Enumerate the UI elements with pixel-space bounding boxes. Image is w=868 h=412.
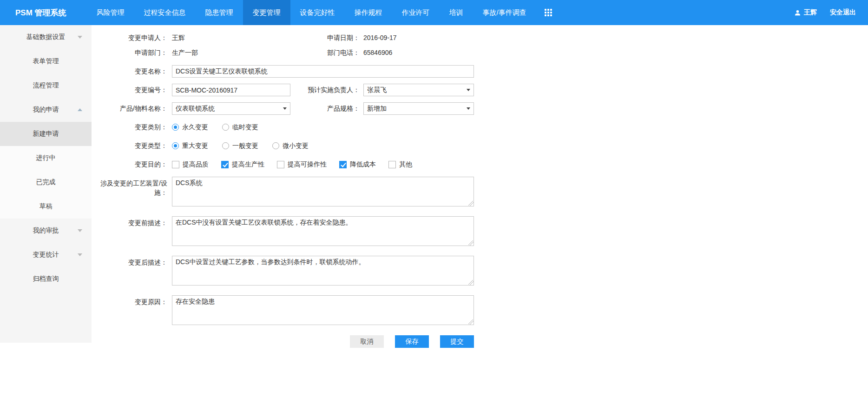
nav-item-process-safety-info[interactable]: 过程安全信息 <box>134 0 196 25</box>
change-purpose-label: 变更目的： <box>92 158 167 171</box>
app-brand[interactable]: PSM 管理系统 <box>0 0 87 25</box>
user-name: 王辉 <box>804 8 817 17</box>
after-desc-textarea[interactable]: DCS中设置过关键工艺参数，当参数达到条件时，联锁系统动作。 <box>172 256 474 286</box>
facility-textarea[interactable]: DCS系统 <box>172 177 474 206</box>
radio-icon <box>172 142 179 149</box>
top-nav-bar: PSM 管理系统 风险管理 过程安全信息 隐患管理 变更管理 设备完好性 操作规… <box>0 0 868 25</box>
sidebar-item-label: 我的申请 <box>33 106 59 114</box>
checkbox-improve-operability[interactable]: 提高可操作性 <box>277 160 327 169</box>
sidebar-item-label: 已完成 <box>36 178 56 186</box>
department-row: 申请部门： 生产一部 部门电话： 65846906 <box>92 47 868 59</box>
sidebar-item-archive-query[interactable]: 归档查询 <box>0 267 92 291</box>
sidebar-item-completed[interactable]: 已完成 <box>0 170 92 194</box>
checkbox-improve-quality[interactable]: 提高品质 <box>172 160 209 169</box>
save-button[interactable]: 保存 <box>395 335 429 348</box>
radio-permanent-change[interactable]: 永久变更 <box>172 123 208 132</box>
dropdown-caret-icon <box>467 89 470 91</box>
change-no-input[interactable] <box>172 84 290 96</box>
radio-major-change[interactable]: 重大变更 <box>172 142 208 150</box>
dropdown-caret-icon <box>283 107 287 110</box>
checkbox-icon <box>172 161 179 168</box>
sidebar-item-my-approvals[interactable]: 我的审批 <box>0 219 92 243</box>
logout-button[interactable]: 安全退出 <box>830 8 856 17</box>
checkbox-label: 提高生产性 <box>232 160 264 169</box>
current-user[interactable]: 王辉 <box>794 8 817 17</box>
applicant-row: 变更申请人： 王辉 申请日期： 2016-09-17 <box>92 32 868 44</box>
radio-minor-change[interactable]: 微小变更 <box>272 142 309 150</box>
reason-textarea[interactable]: 存在安全隐患 <box>172 295 474 325</box>
sidebar-item-drafts[interactable]: 草稿 <box>0 194 92 219</box>
product-selected-value: 仪表联锁系统 <box>176 105 215 113</box>
nav-item-equipment-integrity[interactable]: 设备完好性 <box>290 0 345 25</box>
change-category-label: 变更类别： <box>92 121 167 133</box>
nav-label: 隐患管理 <box>205 8 233 17</box>
sidebar-item-change-statistics[interactable]: 变更统计 <box>0 243 92 267</box>
grid-dots-icon <box>545 9 552 16</box>
applicant-label: 变更申请人： <box>92 32 167 44</box>
sidebar-item-new-application[interactable]: 新建申请 <box>0 122 92 146</box>
submit-button[interactable]: 提交 <box>440 335 474 348</box>
applicant-value: 王辉 <box>172 32 290 44</box>
change-name-input[interactable] <box>172 65 474 78</box>
after-desc-label: 变更后描述： <box>92 256 167 286</box>
checkbox-reduce-cost[interactable]: 降低成本 <box>339 160 376 169</box>
spec-select[interactable]: 新增加 <box>363 102 474 115</box>
nav-item-hazard[interactable]: 隐患管理 <box>196 0 243 25</box>
apps-grid-icon[interactable] <box>536 0 560 25</box>
owner-label: 预计实施负责人： <box>290 86 363 94</box>
after-desc-row: 变更后描述： DCS中设置过关键工艺参数，当参数达到条件时，联锁系统动作。 <box>92 256 868 286</box>
sidebar-item-form-management[interactable]: 表单管理 <box>0 49 92 73</box>
dropdown-caret-icon <box>467 107 470 110</box>
change-name-row: 变更名称： <box>92 65 868 78</box>
product-select[interactable]: 仪表联锁系统 <box>172 102 290 115</box>
sidebar-item-in-progress[interactable]: 进行中 <box>0 146 92 170</box>
sidebar-item-label: 变更统计 <box>33 251 59 259</box>
form-actions: 取消 保存 提交 <box>172 335 474 348</box>
chevron-down-icon <box>78 253 82 256</box>
header-right: 王辉 安全退出 <box>794 0 868 25</box>
reason-label: 变更原因： <box>92 295 167 325</box>
radio-general-change[interactable]: 一般变更 <box>222 142 258 150</box>
nav-label: 培训 <box>449 8 463 17</box>
sidebar-item-my-applications[interactable]: 我的申请 <box>0 98 92 122</box>
sidebar-item-label: 进行中 <box>36 154 56 162</box>
nav-item-incident-investigation[interactable]: 事故/事件调查 <box>473 0 536 25</box>
cancel-button[interactable]: 取消 <box>350 335 384 348</box>
checkbox-icon <box>388 161 396 168</box>
change-purpose-row: 变更目的： 提高品质 提高生产性 提高可操作性 降低成本 <box>92 158 868 171</box>
radio-temporary-change[interactable]: 临时变更 <box>222 123 258 132</box>
checkbox-icon <box>339 161 347 168</box>
spec-label: 产品规格： <box>290 105 363 113</box>
chevron-down-icon <box>78 229 82 232</box>
apply-date-value: 2016-09-17 <box>363 32 474 44</box>
checkbox-icon <box>221 161 229 168</box>
sidebar-item-workflow-management[interactable]: 流程管理 <box>0 73 92 98</box>
sidebar-item-label: 新建申请 <box>33 130 59 138</box>
department-value: 生产一部 <box>172 47 290 59</box>
before-desc-row: 变更前描述： 在DCS中没有设置关键工艺仪表联锁系统，存在着安全隐患。 <box>92 216 868 246</box>
nav-item-training[interactable]: 培训 <box>440 0 473 25</box>
sidebar-item-basic-data-settings[interactable]: 基础数据设置 <box>0 25 92 49</box>
dept-phone-value: 65846906 <box>363 47 474 59</box>
change-type-label: 变更类型： <box>92 140 167 152</box>
checkbox-other[interactable]: 其他 <box>388 160 412 169</box>
chevron-up-icon <box>78 108 82 111</box>
nav-item-change-management[interactable]: 变更管理 <box>243 0 290 25</box>
before-desc-textarea[interactable]: 在DCS中没有设置关键工艺仪表联锁系统，存在着安全隐患。 <box>172 216 474 246</box>
sidebar-item-label: 归档查询 <box>33 275 59 283</box>
sidebar-item-label: 我的审批 <box>33 226 59 235</box>
checkbox-icon <box>277 161 284 168</box>
change-category-row: 变更类别： 永久变更 临时变更 <box>92 121 868 133</box>
radio-icon <box>222 124 229 131</box>
nav-item-risk[interactable]: 风险管理 <box>87 0 134 25</box>
radio-icon <box>172 124 179 131</box>
radio-label: 重大变更 <box>182 142 208 150</box>
checkbox-improve-productivity[interactable]: 提高生产性 <box>221 160 264 169</box>
nav-label: 作业许可 <box>402 8 430 17</box>
nav-item-operating-procedures[interactable]: 操作规程 <box>345 0 392 25</box>
sidebar-item-label: 表单管理 <box>33 57 59 66</box>
nav-item-work-permit[interactable]: 作业许可 <box>392 0 440 25</box>
owner-select[interactable]: 张晨飞 <box>363 84 474 96</box>
checkbox-label: 提高品质 <box>183 160 209 169</box>
dept-phone-label: 部门电话： <box>290 47 363 59</box>
